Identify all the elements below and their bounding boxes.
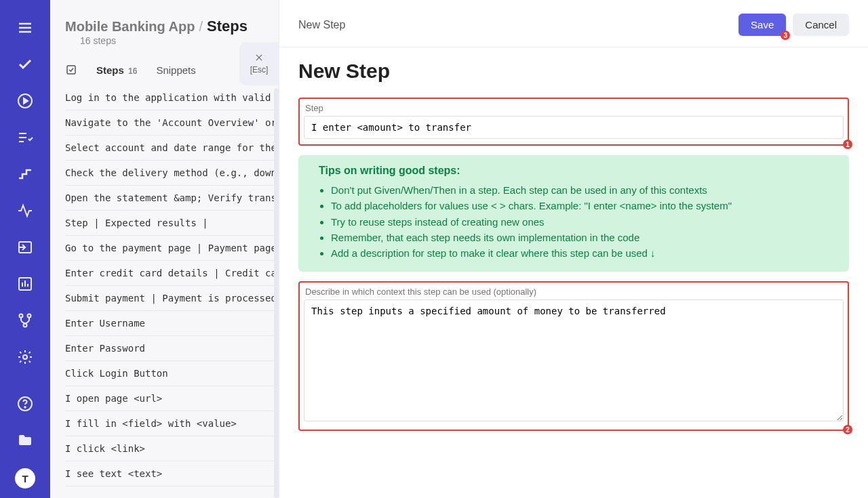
list-item[interactable]: I click <link> [65, 436, 279, 461]
tips-item: Remember, that each step needs its own i… [331, 230, 837, 245]
step-field-block: Step 1 [298, 98, 849, 146]
tips-item: To add placeholders for values use < > c… [331, 198, 837, 213]
close-panel-button[interactable]: [Esc] [239, 42, 279, 85]
svg-point-17 [23, 355, 27, 359]
svg-point-14 [20, 314, 23, 318]
check-icon[interactable] [16, 56, 34, 73]
description-textarea[interactable] [304, 299, 844, 421]
tab-steps-count: 16 [128, 66, 137, 76]
chart-icon[interactable] [16, 275, 34, 293]
list-item[interactable]: Check the delivery method (e.g., downloa [65, 161, 279, 186]
tab-steps-label: Steps [96, 64, 124, 76]
list-check-icon[interactable] [16, 129, 34, 146]
tips-title: Tips on writing good steps: [319, 165, 837, 177]
description-field-badge: 2 [843, 425, 852, 434]
breadcrumb-project[interactable]: Mobile Banking App [65, 19, 195, 35]
list-item[interactable]: Enter credit card details | Credit card [65, 261, 279, 286]
list-item[interactable]: I open page <url> [65, 386, 279, 411]
svg-point-19 [24, 407, 26, 408]
description-field-label: Describe in which context this step can … [305, 287, 844, 297]
list-item[interactable]: I fill in <field> with <value> [65, 411, 279, 436]
list-item[interactable]: Go to the payment page | Payment page lo [65, 236, 279, 261]
folder-icon[interactable] [16, 432, 34, 449]
list-item[interactable]: Select account and date range for the st [65, 136, 279, 161]
sidebar: T [0, 0, 50, 498]
breadcrumb-sep: / [199, 19, 203, 35]
step-field-badge: 1 [843, 140, 852, 149]
close-icon [254, 53, 264, 62]
header-title-small: New Step [298, 19, 345, 31]
tab-steps[interactable]: Steps 16 [96, 64, 137, 76]
cancel-button[interactable]: Cancel [793, 14, 849, 36]
svg-point-15 [28, 314, 31, 318]
logo-icon[interactable]: T [15, 468, 35, 489]
svg-point-16 [24, 324, 27, 327]
import-icon[interactable] [16, 238, 34, 256]
save-button[interactable]: Save 3 [738, 14, 786, 36]
main-header: New Step Save 3 Cancel [279, 0, 868, 47]
list-item[interactable]: Log in to the application with valid cre [65, 85, 279, 110]
main-panel: New Step Save 3 Cancel New Step Step 1 T… [279, 0, 868, 498]
activity-icon[interactable] [16, 202, 34, 220]
list-item[interactable]: Enter Password [65, 336, 279, 361]
save-badge: 3 [781, 30, 790, 40]
step-input[interactable] [304, 116, 844, 139]
svg-rect-20 [67, 66, 75, 74]
list-item[interactable]: I see text <text> [65, 461, 279, 486]
tab-snippets[interactable]: Snippets [156, 64, 195, 76]
gear-icon[interactable] [16, 348, 34, 366]
list-item[interactable]: Navigate to the 'Account Overview' or 'S [65, 110, 279, 136]
logo-text: T [22, 473, 28, 484]
breadcrumb-count: 16 steps [80, 35, 116, 46]
steps-list: Log in to the application with valid cre… [50, 85, 279, 498]
menu-icon[interactable] [16, 19, 34, 37]
list-item[interactable]: Submit payment | Payment is processed an [65, 286, 279, 311]
page-title: New Step [298, 60, 849, 83]
list-item[interactable]: Click Login Button [65, 361, 279, 386]
breadcrumb-current: Steps [207, 18, 248, 35]
play-circle-icon[interactable] [16, 92, 34, 110]
steps-tab-icon [65, 64, 77, 76]
left-panel: Mobile Banking App / Steps 16 steps Step… [50, 0, 279, 498]
close-esc-label: [Esc] [250, 65, 269, 75]
help-icon[interactable] [16, 395, 34, 413]
step-field-label: Step [305, 103, 844, 113]
list-item[interactable]: Open the statement &amp; Verify transact [65, 186, 279, 211]
save-label: Save [751, 19, 774, 30]
tips-item: Add a description for step to make it cl… [331, 245, 837, 261]
tips-box: Tips on writing good steps: Don't put Gi… [298, 155, 849, 272]
tips-item: Don't put Given/When/Then in a step. Eac… [331, 182, 837, 198]
branch-icon[interactable] [16, 312, 34, 329]
description-field-block: Describe in which context this step can … [298, 281, 849, 431]
list-item[interactable]: Step | Expected results | [65, 211, 279, 236]
tips-item: Try to reuse steps instead of creating n… [331, 214, 837, 230]
list-item[interactable]: Enter Username [65, 311, 279, 336]
svg-marker-4 [24, 98, 28, 104]
steps-icon[interactable] [16, 165, 34, 183]
